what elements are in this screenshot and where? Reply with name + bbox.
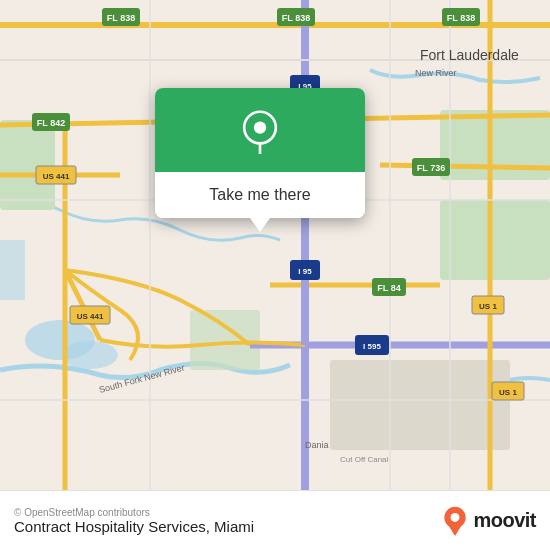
moovit-pin-icon — [441, 505, 469, 537]
svg-text:US 1: US 1 — [479, 302, 497, 311]
svg-rect-4 — [0, 120, 55, 210]
svg-point-59 — [254, 121, 266, 133]
location-text: Contract Hospitality Services, Miami — [14, 518, 254, 535]
svg-rect-8 — [190, 310, 260, 370]
svg-marker-62 — [448, 524, 462, 536]
svg-text:Dania: Dania — [305, 440, 329, 450]
svg-text:FL 84: FL 84 — [377, 283, 400, 293]
svg-point-2 — [62, 341, 118, 369]
svg-rect-3 — [0, 240, 25, 300]
svg-text:Fort Lauderdale: Fort Lauderdale — [420, 47, 519, 63]
popup-card: Take me there — [155, 88, 365, 218]
svg-text:I 95: I 95 — [298, 267, 312, 276]
svg-rect-7 — [330, 360, 510, 450]
svg-text:FL 838: FL 838 — [107, 13, 135, 23]
popup-header — [155, 88, 365, 172]
bottom-bar: © OpenStreetMap contributors Contract Ho… — [0, 490, 550, 550]
take-me-there-button[interactable]: Take me there — [155, 172, 365, 218]
bottom-left: © OpenStreetMap contributors Contract Ho… — [14, 507, 254, 535]
svg-text:US 441: US 441 — [43, 172, 70, 181]
svg-text:US 441: US 441 — [77, 312, 104, 321]
copyright-text: © OpenStreetMap contributors — [14, 507, 254, 518]
svg-text:New River: New River — [415, 68, 457, 78]
moovit-logo: moovit — [441, 505, 536, 537]
svg-text:Cut Off Canal: Cut Off Canal — [340, 455, 389, 464]
map-container[interactable]: FL 838 FL 838 FL 838 FL 842 FL 842 I 95 … — [0, 0, 550, 490]
svg-text:I 595: I 595 — [363, 342, 381, 351]
popup-arrow — [250, 218, 270, 232]
svg-text:FL 838: FL 838 — [447, 13, 475, 23]
svg-rect-6 — [440, 200, 550, 280]
svg-text:FL 838: FL 838 — [282, 13, 310, 23]
moovit-wordmark: moovit — [473, 509, 536, 532]
svg-line-11 — [380, 165, 550, 168]
svg-point-63 — [451, 513, 460, 522]
svg-text:FL 736: FL 736 — [417, 163, 445, 173]
location-pin-icon — [238, 110, 282, 154]
svg-text:US 1: US 1 — [499, 388, 517, 397]
svg-text:FL 842: FL 842 — [37, 118, 65, 128]
